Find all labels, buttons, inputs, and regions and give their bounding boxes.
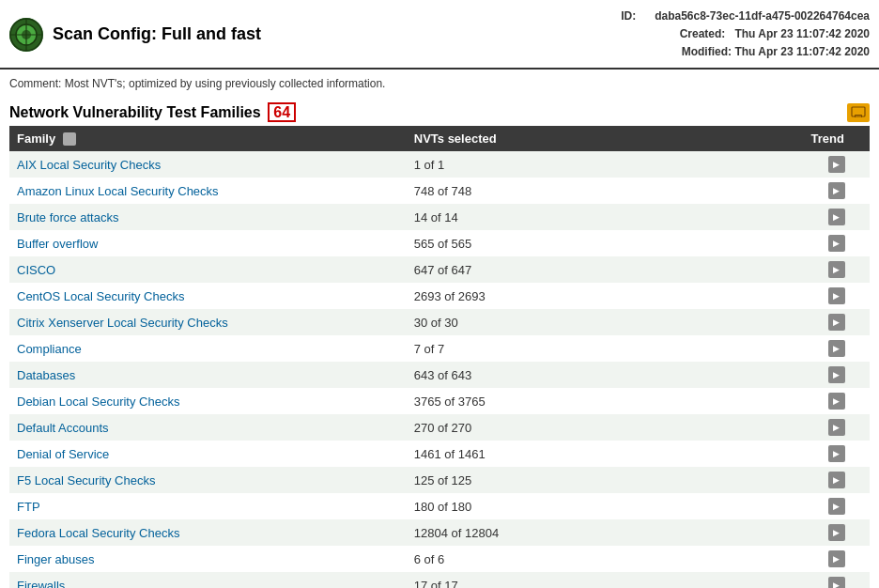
table-row: Databases643 of 643: [9, 362, 870, 388]
family-link[interactable]: CentOS Local Security Checks: [17, 289, 184, 303]
table-row: Denial of Service1461 of 1461: [9, 441, 870, 467]
nvts-count-cell: 180 of 180: [407, 493, 804, 519]
trend-cell: [804, 572, 870, 588]
table-row: Amazon Linux Local Security Checks748 of…: [9, 178, 870, 204]
family-name-cell[interactable]: Finger abuses: [9, 546, 407, 572]
family-name-cell[interactable]: F5 Local Security Checks: [9, 467, 407, 493]
trend-button[interactable]: [828, 498, 845, 515]
trend-button[interactable]: [828, 261, 845, 278]
family-link[interactable]: Default Accounts: [17, 421, 109, 435]
table-row: Citrix Xenserver Local Security Checks30…: [9, 309, 870, 335]
family-link[interactable]: Fedora Local Security Checks: [17, 526, 179, 540]
trend-cell: [804, 178, 870, 204]
trend-cell: [804, 335, 870, 362]
nvt-families-table: Family NVTs selected Trend AIX Local Sec…: [9, 126, 870, 588]
header-meta: ID: daba56c8-73ec-11df-a475-002264764cea…: [621, 8, 870, 62]
id-value: daba56c8-73ec-11df-a475-002264764cea: [655, 9, 870, 23]
page-title: Scan Config: Full and fast: [53, 24, 261, 44]
table-row: AIX Local Security Checks1 of 1: [9, 151, 870, 178]
header-left: Scan Config: Full and fast: [9, 18, 261, 52]
created-value: Thu Apr 23 11:07:42 2020: [734, 27, 870, 40]
family-name-cell[interactable]: Denial of Service: [9, 441, 407, 467]
trend-button[interactable]: [828, 472, 845, 488]
trend-cell: [804, 519, 870, 546]
family-link[interactable]: Debian Local Security Checks: [17, 395, 179, 409]
nvts-count-cell: 1461 of 1461: [407, 441, 804, 467]
trend-button[interactable]: [828, 524, 845, 541]
family-link[interactable]: Databases: [17, 368, 75, 382]
family-link[interactable]: CISCO: [17, 263, 55, 277]
family-link[interactable]: Amazon Linux Local Security Checks: [17, 184, 219, 198]
family-link[interactable]: Buffer overflow: [17, 237, 98, 251]
table-row: Buffer overflow565 of 565: [9, 230, 870, 256]
family-link[interactable]: Firewalls: [17, 579, 65, 588]
nvts-count-cell: 14 of 14: [407, 204, 804, 230]
family-name-cell[interactable]: Firewalls: [9, 572, 407, 588]
trend-button[interactable]: [828, 393, 845, 410]
family-sort-icon[interactable]: [63, 132, 76, 146]
nvts-count-cell: 270 of 270: [407, 414, 804, 441]
family-link[interactable]: Denial of Service: [17, 447, 109, 461]
family-name-cell[interactable]: FTP: [9, 493, 407, 519]
family-name-cell[interactable]: Fedora Local Security Checks: [9, 519, 407, 546]
family-name-cell[interactable]: Databases: [9, 362, 407, 388]
nvts-count-cell: 7 of 7: [407, 335, 804, 362]
nvts-count-cell: 30 of 30: [407, 309, 804, 335]
trend-button[interactable]: [828, 235, 845, 252]
family-name-cell[interactable]: Buffer overflow: [9, 230, 407, 256]
trend-button[interactable]: [828, 550, 845, 567]
nvts-count-cell: 1 of 1: [407, 151, 804, 178]
trend-button[interactable]: [828, 445, 845, 462]
nvts-count-cell: 565 of 565: [407, 230, 804, 256]
family-link[interactable]: AIX Local Security Checks: [17, 158, 161, 172]
family-name-cell[interactable]: CentOS Local Security Checks: [9, 283, 407, 309]
trend-button[interactable]: [828, 366, 845, 383]
nvts-count-cell: 2693 of 2693: [407, 283, 804, 309]
modified-label: Modified:: [682, 45, 732, 58]
trend-cell: [804, 151, 870, 178]
trend-button[interactable]: [828, 577, 845, 588]
family-link[interactable]: Compliance: [17, 342, 82, 356]
trend-button[interactable]: [828, 287, 845, 304]
meta-modified: Modified: Thu Apr 23 11:07:42 2020: [621, 43, 870, 61]
family-name-cell[interactable]: Default Accounts: [9, 414, 407, 441]
trend-button[interactable]: [828, 314, 845, 331]
trend-button[interactable]: [828, 182, 845, 199]
family-link[interactable]: F5 Local Security Checks: [17, 473, 155, 487]
table-row: Fedora Local Security Checks12804 of 128…: [9, 519, 870, 546]
trend-column-header: Trend: [804, 126, 870, 152]
trend-button[interactable]: [828, 419, 845, 436]
table-header-row: Family NVTs selected Trend: [9, 126, 870, 152]
family-name-cell[interactable]: Brute force attacks: [9, 204, 407, 230]
trend-button[interactable]: [828, 156, 845, 173]
nvts-count-cell: 643 of 643: [407, 362, 804, 388]
trend-cell: [804, 441, 870, 467]
table-row: Firewalls17 of 17: [9, 572, 870, 588]
family-name-cell[interactable]: Debian Local Security Checks: [9, 388, 407, 414]
family-name-cell[interactable]: CISCO: [9, 256, 407, 283]
app-icon: [9, 18, 43, 52]
family-column-header[interactable]: Family: [9, 126, 407, 152]
nvts-count-cell: 12804 of 12804: [407, 519, 804, 546]
family-link[interactable]: Citrix Xenserver Local Security Checks: [17, 316, 228, 330]
family-name-cell[interactable]: Citrix Xenserver Local Security Checks: [9, 309, 407, 335]
trend-cell: [804, 546, 870, 572]
table-row: Brute force attacks14 of 14: [9, 204, 870, 230]
trend-button[interactable]: [828, 340, 845, 357]
nvts-count-cell: 647 of 647: [407, 256, 804, 283]
family-link[interactable]: Finger abuses: [17, 552, 94, 566]
trend-cell: [804, 230, 870, 256]
trend-button[interactable]: [828, 209, 845, 225]
family-link[interactable]: Brute force attacks: [17, 210, 118, 224]
table-row: Compliance7 of 7: [9, 335, 870, 362]
family-name-cell[interactable]: AIX Local Security Checks: [9, 151, 407, 178]
family-name-cell[interactable]: Amazon Linux Local Security Checks: [9, 178, 407, 204]
family-name-cell[interactable]: Compliance: [9, 335, 407, 362]
trend-cell: [804, 388, 870, 414]
table-row: Default Accounts270 of 270: [9, 414, 870, 441]
section-action-icon[interactable]: [847, 103, 870, 122]
nvts-count-cell: 17 of 17: [407, 572, 804, 588]
table-body: AIX Local Security Checks1 of 1Amazon Li…: [9, 151, 870, 588]
family-link[interactable]: FTP: [17, 500, 40, 514]
trend-cell: [804, 493, 870, 519]
